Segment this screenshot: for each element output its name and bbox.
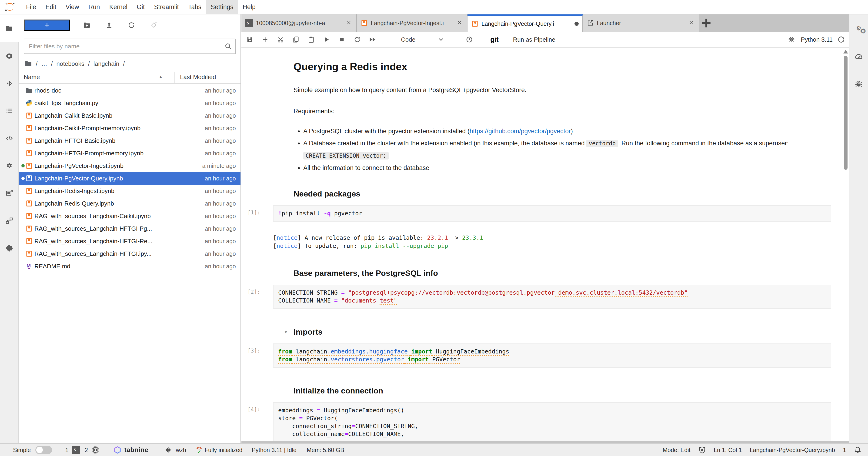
paste-cells-button[interactable] <box>308 36 315 43</box>
active-file-name[interactable]: Langchain-PgVector-Query.ipynb <box>750 447 835 453</box>
sort-ascending-icon[interactable]: ▲ <box>159 74 163 79</box>
unsaved-changes-dot[interactable] <box>575 22 579 26</box>
column-last-modified[interactable]: Last Modified <box>180 73 216 81</box>
run-cell-button[interactable] <box>323 36 330 43</box>
simple-mode-toggle[interactable] <box>35 446 52 454</box>
collapse-caret-icon[interactable]: ▼ <box>284 330 288 335</box>
activity-pipeline-components[interactable] <box>0 207 19 234</box>
git-toolbar-button[interactable]: git <box>490 36 498 43</box>
menu-streamlit[interactable]: Streamlit <box>149 0 184 14</box>
terminals-count[interactable]: 1 <box>65 447 68 453</box>
file-row[interactable]: RAG_with_sources_Langchain-Caikit.ipynba… <box>19 210 241 222</box>
new-launcher-button[interactable] <box>24 20 70 31</box>
menu-settings[interactable]: Settings <box>206 0 238 14</box>
file-row[interactable]: MREADME.mdan hour ago <box>19 260 241 272</box>
save-button[interactable] <box>246 36 253 43</box>
new-tab-button[interactable] <box>699 14 713 32</box>
code-cell[interactable]: [2]:CONNECTION_STRING = "postgresql+psyc… <box>273 285 832 309</box>
shield-x-icon[interactable] <box>699 446 706 454</box>
code-editor[interactable]: embeddings = HuggingFaceEmbeddings()stor… <box>273 402 831 442</box>
activity-code-snippets[interactable] <box>0 125 19 152</box>
activity-git[interactable] <box>0 70 19 97</box>
debugger-bug-icon[interactable] <box>788 36 795 43</box>
breadcrumb-segment[interactable]: … <box>41 60 47 67</box>
tab-langchain-pgvector-ingest-i[interactable]: Langchain-PgVector-Ingest.i <box>357 14 467 32</box>
chevron-down-icon[interactable] <box>437 36 445 43</box>
git-branch-icon[interactable] <box>164 446 172 454</box>
home-folder-icon[interactable] <box>25 60 32 67</box>
kernel-name[interactable]: Python 3.11 <box>801 36 833 43</box>
menu-edit[interactable]: Edit <box>41 0 61 14</box>
scrollbar-thumb[interactable] <box>844 56 847 170</box>
menu-help[interactable]: Help <box>238 0 260 14</box>
restart-kernel-button[interactable] <box>353 36 361 43</box>
file-row[interactable]: Langchain-HFTGI-Prompt-memory.ipynban ho… <box>19 147 241 160</box>
file-row[interactable]: RAG_with_sources_Langchain-HFTGI.ipy...a… <box>19 248 241 260</box>
terminal-icon[interactable]: $_ <box>72 446 80 454</box>
tabnine-label[interactable]: tabnine <box>124 446 148 454</box>
activity-file-browser[interactable] <box>0 14 19 42</box>
close-icon[interactable] <box>688 20 695 26</box>
cell-type-dropdown[interactable]: Code <box>401 36 415 43</box>
filter-files-input[interactable] <box>24 39 236 54</box>
clock-icon[interactable] <box>466 36 473 43</box>
upload-button[interactable] <box>105 21 114 30</box>
menu-git[interactable]: Git <box>132 0 150 14</box>
kernels-count[interactable]: 2 <box>85 447 88 453</box>
file-row[interactable]: rhods-docan hour ago <box>19 84 241 97</box>
code-editor[interactable]: from langchain.embeddings.huggingface im… <box>273 344 831 368</box>
tab-1000850000-jupyter-nb-a[interactable]: $_1000850000@jupyter-nb-a <box>241 14 357 32</box>
close-icon[interactable] <box>346 20 352 26</box>
activity-running-sessions[interactable] <box>0 42 19 70</box>
code-editor[interactable]: !pip install -q pgvector <box>273 205 831 222</box>
git-clone-button[interactable] <box>149 21 158 30</box>
activity-runtimes[interactable] <box>0 152 19 180</box>
code-editor[interactable]: CONNECTION_STRING = "postgresql+psycopg:… <box>273 285 831 309</box>
mode-indicator[interactable]: Mode: Edit <box>663 447 690 453</box>
debugger-tab[interactable] <box>849 70 868 98</box>
resource-usage-tab[interactable] <box>849 42 868 70</box>
menu-run[interactable]: Run <box>84 0 105 14</box>
copy-cells-button[interactable] <box>292 36 300 43</box>
kernel-status[interactable]: Python 3.11 | Idle <box>252 447 296 453</box>
notebook-scrollbar[interactable] <box>843 50 848 439</box>
refresh-button[interactable] <box>127 21 136 30</box>
file-row[interactable]: Langchain-PgVector-Query.ipynban hour ag… <box>19 172 241 185</box>
file-row[interactable]: caikit_tgis_langchain.pyan hour ago <box>19 97 241 109</box>
kernel-idle-indicator[interactable] <box>838 36 844 42</box>
cursor-position[interactable]: Ln 1, Col 1 <box>714 447 742 453</box>
new-folder-button[interactable] <box>82 21 91 30</box>
activity-extensions[interactable] <box>0 234 19 262</box>
bell-icon[interactable] <box>854 446 862 454</box>
activity-table-of-contents[interactable] <box>0 97 19 125</box>
column-name[interactable]: Name <box>24 73 40 81</box>
tab-launcher[interactable]: Launcher <box>583 14 699 32</box>
code-cell[interactable]: [1]:!pip install -q pgvector <box>273 205 832 222</box>
tabnine-status[interactable]: Fully initialized <box>205 447 243 453</box>
activity-runtime-images[interactable] <box>0 180 19 207</box>
file-row[interactable]: Langchain-Caikit-Basic.ipynban hour ago <box>19 109 241 122</box>
run-as-pipeline-button[interactable]: Run as Pipeline <box>513 36 555 43</box>
property-inspector-tab[interactable]: ⚙⚙ <box>849 14 868 42</box>
insert-cell-button[interactable] <box>261 36 269 43</box>
git-branch-name[interactable]: wzh <box>176 447 186 453</box>
breadcrumb-segment[interactable]: langchain <box>93 60 119 67</box>
tab-langchain-pgvector-query-i[interactable]: Langchain-PgVector-Query.i <box>467 14 583 32</box>
file-row[interactable]: Langchain-HFTGI-Basic.ipynban hour ago <box>19 134 241 147</box>
restart-run-all-button[interactable] <box>369 36 376 43</box>
menu-view[interactable]: View <box>61 0 84 14</box>
close-icon[interactable] <box>457 20 463 26</box>
kernel-chip-icon[interactable] <box>92 446 99 454</box>
stop-kernel-button[interactable] <box>338 36 346 43</box>
tabnine-logo-icon[interactable] <box>114 446 121 454</box>
link[interactable]: https://github.com/pgvector/pgvector <box>470 128 571 135</box>
cut-cells-button[interactable] <box>277 36 284 43</box>
menu-file[interactable]: File <box>22 0 41 14</box>
scroll-up-arrow-icon[interactable] <box>843 50 848 54</box>
file-row[interactable]: Langchain-Redis-Ingest.ipynban hour ago <box>19 185 241 197</box>
menu-tabs[interactable]: Tabs <box>184 0 206 14</box>
file-row[interactable]: RAG_with_sources_Langchain-HFTGI-Pg...an… <box>19 222 241 235</box>
file-row[interactable]: RAG_with_sources_Langchain-HFTGI-Re...an… <box>19 235 241 248</box>
notifications-count[interactable]: 1 <box>843 447 846 453</box>
code-cell[interactable]: [4]:embeddings = HuggingFaceEmbeddings()… <box>273 402 832 442</box>
